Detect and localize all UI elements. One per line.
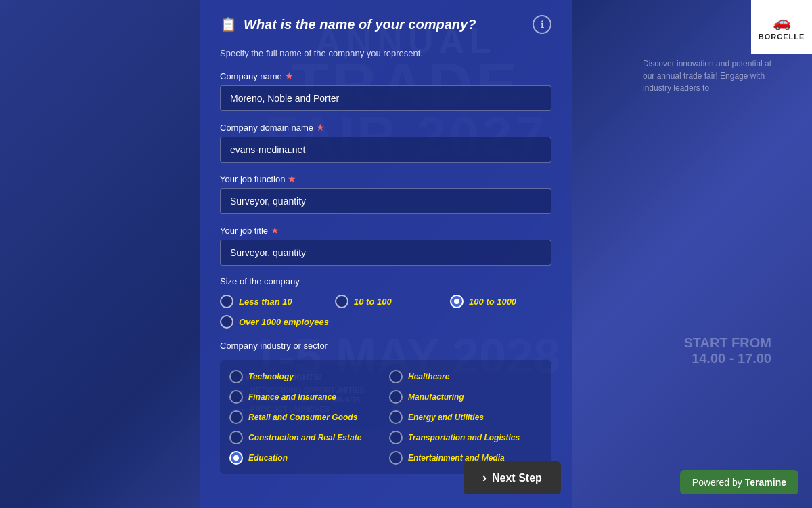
radio-label-100-to-1000: 100 to 1000: [469, 297, 516, 307]
radio-circle-100-to-1000: [450, 295, 464, 308]
bg-text-start: START FROM 14.00 - 17.00: [683, 335, 771, 366]
company-name-input[interactable]: [220, 85, 551, 111]
radio-circle-10-to-100: [335, 295, 348, 308]
required-star: ★: [271, 225, 279, 236]
industry-label-energy: Energy and Utilities: [408, 412, 484, 422]
form-icon: 📋: [220, 16, 237, 33]
industry-energy[interactable]: Energy and Utilities: [389, 410, 542, 424]
modal-header: 📋 What is the name of your company? ℹ: [220, 0, 551, 41]
industry-label-healthcare: Healthcare: [408, 372, 449, 381]
company-size-label: Size of the company: [220, 276, 551, 287]
modal-title-row: 📋 What is the name of your company?: [220, 16, 476, 33]
job-function-input[interactable]: [220, 188, 551, 214]
industry-circle-retail: [229, 410, 243, 424]
industry-circle-healthcare: [389, 370, 403, 383]
radio-label-over-1000: Over 1000 employees: [239, 317, 329, 327]
radio-circle-over-1000: [220, 315, 233, 329]
industry-technology[interactable]: Technology: [229, 370, 382, 383]
powered-by-badge: Powered by Teramine: [680, 470, 798, 494]
company-domain-label: Company domain name ★: [220, 122, 551, 133]
industry-circle-education: [229, 451, 243, 465]
industry-circle-manufacturing: [389, 390, 403, 404]
industry-label-transportation: Transportation and Logistics: [408, 433, 520, 442]
industry-transportation[interactable]: Transportation and Logistics: [389, 431, 542, 444]
industry-label-technology: Technology: [248, 372, 294, 381]
company-domain-input[interactable]: [220, 137, 551, 163]
radio-label-less-than-10: Less than 10: [239, 297, 292, 307]
industry-circle-entertainment: [389, 451, 403, 465]
job-title-input[interactable]: [220, 240, 551, 266]
industry-finance[interactable]: Finance and Insurance: [229, 390, 382, 404]
logo-icon: 🚗: [773, 14, 791, 31]
industry-circle-finance: [229, 390, 243, 404]
radio-10-to-100[interactable]: 10 to 100: [335, 295, 436, 308]
industry-label-construction: Construction and Real Estate: [248, 433, 361, 442]
industry-label: Company industry or sector: [220, 341, 551, 351]
logo-box: 🚗 BORCELLE: [751, 0, 812, 54]
job-title-label: Your job title ★: [220, 225, 551, 236]
industry-circle-construction: [229, 431, 243, 444]
industry-manufacturing[interactable]: Manufacturing: [389, 390, 542, 404]
modal-title: What is the name of your company?: [244, 17, 476, 33]
industry-grid: Technology Healthcare Finance and Insura…: [220, 360, 551, 474]
job-function-label: Your job function ★: [220, 173, 551, 184]
powered-by-brand: Teramine: [745, 477, 786, 488]
industry-retail[interactable]: Retail and Consumer Goods: [229, 410, 382, 424]
powered-by-prefix: Powered by: [692, 477, 742, 488]
industry-healthcare[interactable]: Healthcare: [389, 370, 542, 383]
industry-circle-technology: [229, 370, 243, 383]
industry-construction[interactable]: Construction and Real Estate: [229, 431, 382, 444]
logo-name: BORCELLE: [759, 33, 805, 41]
required-star: ★: [285, 70, 294, 81]
next-step-arrow: ›: [482, 471, 487, 485]
radio-less-than-10[interactable]: Less than 10: [220, 295, 321, 308]
bg-overlay-text: Discover innovation and potential at our…: [643, 58, 778, 94]
company-size-radio-group: Less than 10 10 to 100 100 to 1000 Over …: [220, 295, 551, 329]
modal-subtitle: Specify the full name of the company you…: [220, 48, 551, 58]
radio-label-10-to-100: 10 to 100: [354, 297, 392, 307]
info-button[interactable]: ℹ: [533, 15, 551, 34]
industry-label-education: Education: [248, 453, 288, 463]
industry-label-manufacturing: Manufacturing: [408, 392, 464, 402]
next-step-label: Next Step: [492, 472, 542, 484]
next-step-button[interactable]: › Next Step: [464, 461, 561, 494]
required-star: ★: [316, 122, 325, 133]
modal-panel: 📋 What is the name of your company? ℹ Sp…: [200, 0, 572, 508]
radio-100-to-1000[interactable]: 100 to 1000: [450, 295, 551, 308]
radio-over-1000[interactable]: Over 1000 employees: [220, 315, 329, 329]
radio-circle-less-than-10: [220, 295, 233, 308]
industry-label-finance: Finance and Insurance: [248, 392, 336, 402]
industry-label-retail: Retail and Consumer Goods: [248, 412, 357, 422]
industry-circle-energy: [389, 410, 403, 424]
industry-education[interactable]: Education: [229, 451, 382, 465]
required-star: ★: [288, 173, 296, 184]
company-name-label: Company name ★: [220, 70, 551, 81]
industry-circle-transportation: [389, 431, 403, 444]
